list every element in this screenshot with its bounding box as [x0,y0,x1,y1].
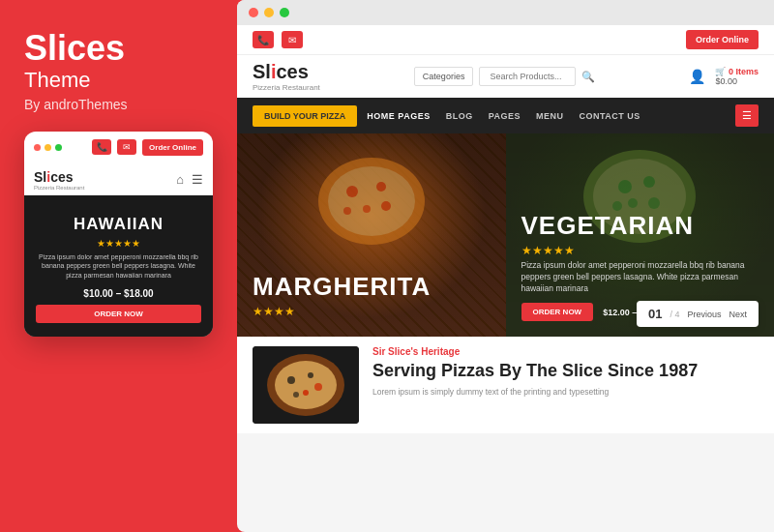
page-current: 01 [648,307,662,321]
phone-logo-text: Slices [34,169,84,185]
phone-logo: Slices Pizzeria Restaurant [34,169,84,191]
phone-top-right: 📞 ✉ Order Online [92,139,203,156]
phone-home-icon[interactable]: ⌂ [176,172,184,187]
site-cart[interactable]: 🛒 0 Items $0.00 [715,67,759,86]
bottom-subtitle: Sir Slice's Heritage [372,346,759,357]
search-icon[interactable]: 🔍 [581,71,595,83]
site-header-right: 👤 🛒 0 Items $0.00 [689,67,759,86]
svg-point-18 [308,372,313,378]
phone-price: $10.00 – $18.00 [36,288,201,299]
phone-hero-content: HAWAIIAN ★★★★★ Pizza ipsum dolor amet pe… [36,215,201,323]
svg-point-2 [346,186,358,197]
vegetarian-order-button[interactable]: ORDER NOW [521,303,594,321]
phone-order-hero-button[interactable]: ORDER NOW [36,305,201,323]
bottom-pizza-image [253,346,359,424]
phone-hero-title: HAWAIIAN [36,215,201,234]
left-panel: Slices Theme By androThemes 📞 ✉ Order On… [0,0,237,532]
svg-point-21 [293,392,299,398]
svg-point-5 [381,201,391,211]
phone-mockup: 📞 ✉ Order Online Slices Pizzeria Restaur… [24,132,213,337]
hamburger-icon[interactable]: ☰ [735,104,759,127]
margherita-title: MARGHERITA [253,272,491,302]
hero-margherita: MARGHERITA ★★★★ [237,133,506,337]
brand-subtitle: Theme [24,68,213,93]
browser-dot-green[interactable] [280,8,289,17]
svg-point-13 [612,201,622,211]
site-nav-right: ☰ [735,104,759,127]
user-icon[interactable]: 👤 [689,69,705,84]
browser-chrome [237,0,774,25]
dot-yellow [45,144,51,151]
site-mail-icon[interactable]: ✉ [282,31,303,48]
pagination-box: 01 / 4 Previous Next [637,301,759,327]
pagination-prev-button[interactable]: Previous [687,310,721,319]
bottom-text: Sir Slice's Heritage Serving Pizzas By T… [372,346,759,424]
cart-count: 0 Items [729,67,759,76]
svg-point-9 [618,180,632,193]
phone-dots [34,144,62,151]
svg-point-10 [643,176,655,188]
dot-green [55,144,62,151]
bottom-desc: Lorem ipsum is simply dummy text of the … [372,387,759,399]
by-line: By androThemes [24,97,213,112]
nav-item-menu[interactable]: MENU [536,111,564,121]
page-total: / 4 [670,310,679,319]
right-panel: 📞 ✉ Order Online Slices Pizzeria Restaur… [237,0,774,532]
site-header-center: Categories 🔍 [414,67,596,86]
svg-point-17 [287,376,295,384]
margherita-stars: ★★★★ [253,305,491,318]
nav-item-home[interactable]: HOME PAGES [367,111,430,121]
dot-red [34,144,41,151]
vegetarian-stars: ★★★★★ [521,244,759,257]
svg-point-1 [328,166,415,236]
svg-point-6 [343,207,351,215]
nav-item-contact[interactable]: CONTACT US [580,111,640,121]
phone-menu-icon[interactable]: ☰ [192,172,203,187]
site-order-button[interactable]: Order Online [686,30,759,49]
site-search-input[interactable] [479,67,576,86]
site-logo: Slices [253,61,320,83]
phone-nav-icons: ⌂ ☰ [176,172,203,187]
site-header-icons: 📞 ✉ [253,31,303,48]
pizza-svg-left [313,153,430,250]
svg-point-11 [628,198,638,208]
phone-logo-accent: i [46,169,50,185]
vegetarian-title: VEGETARIAN [521,211,759,241]
site-hero: MARGHERITA ★★★★ VEGETARIAN ★★★★★ Pizza i… [237,133,774,337]
svg-point-4 [363,205,371,213]
svg-point-16 [275,361,337,409]
nav-item-pages[interactable]: PAGES [489,111,521,121]
phone-hero-desc: Pizza ipsum dolor amet pepperoni mozzare… [36,252,201,281]
site-logo-sub: Pizzeria Restaurant [253,83,320,92]
browser-dot-yellow[interactable] [264,8,274,17]
phone-order-button[interactable]: Order Online [142,139,203,156]
svg-point-19 [303,390,309,396]
build-your-pizza-button[interactable]: BUILD YOUR PIZZA [253,105,357,127]
logo-accent: i [271,61,277,82]
site-bottom: Sir Slice's Heritage Serving Pizzas By T… [237,337,774,433]
site-call-icon[interactable]: 📞 [253,31,274,48]
phone-hero-stars: ★★★★★ [36,238,201,249]
svg-point-20 [314,383,322,391]
svg-point-3 [376,182,386,192]
phone-hero: HAWAIIAN ★★★★★ Pizza ipsum dolor amet pe… [24,195,213,337]
vegetarian-desc: Pizza ipsum dolor amet pepperoni mozzare… [521,260,759,295]
site-categories-dropdown[interactable]: Categories [414,67,474,86]
site-logo-wrapper: Slices Pizzeria Restaurant [253,61,320,92]
site-nav: BUILD YOUR PIZZA HOME PAGES BLOG PAGES M… [237,98,774,133]
bottom-title: Serving Pizzas By The Slice Since 1987 [372,361,759,382]
nav-item-blog[interactable]: BLOG [446,111,473,121]
browser-dot-red[interactable] [249,8,258,17]
phone-mail-icon[interactable]: ✉ [117,139,136,155]
phone-call-icon[interactable]: 📞 [92,139,111,155]
site-nav-items: HOME PAGES BLOG PAGES MENU CONTACT US [367,111,640,121]
brand-title: Slices [24,29,213,68]
phone-logo-sub: Pizzeria Restaurant [34,185,84,191]
cart-price: $0.00 [715,76,737,86]
site-header-main: Slices Pizzeria Restaurant Categories 🔍 … [237,55,774,98]
site-header-top: 📞 ✉ Order Online [237,25,774,55]
bottom-pizza-svg [253,346,359,424]
phone-nav: Slices Pizzeria Restaurant ⌂ ☰ [24,163,213,195]
pagination-next-button[interactable]: Next [729,310,747,319]
hero-left-content: MARGHERITA ★★★★ [253,272,491,321]
